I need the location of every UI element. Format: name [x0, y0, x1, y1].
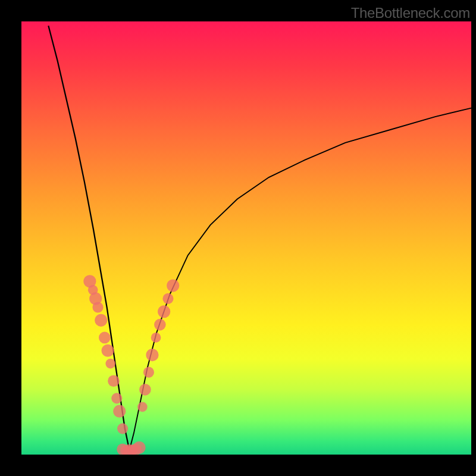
dot: [167, 280, 179, 292]
dot: [123, 444, 136, 455]
dot: [95, 314, 107, 327]
dot: [105, 359, 115, 369]
watermark-text: TheBottleneck.com: [351, 5, 470, 21]
dot: [102, 345, 114, 357]
dot: [99, 332, 111, 344]
dot: [127, 445, 138, 455]
chart-frame: TheBottleneck.com: [0, 0, 476, 476]
scatter-dots: [83, 275, 179, 455]
dot: [89, 292, 102, 305]
dot: [108, 375, 120, 387]
curves-svg: [21, 21, 471, 455]
dot: [83, 275, 96, 287]
dot: [146, 349, 158, 361]
dot: [143, 367, 154, 378]
plot-area: [21, 21, 471, 455]
dot: [120, 445, 131, 455]
dot: [133, 441, 145, 454]
dot: [88, 285, 98, 295]
dot: [130, 443, 142, 455]
dot: [111, 393, 122, 403]
dot: [158, 305, 170, 318]
right-branch-curve: [129, 108, 471, 450]
dot: [117, 443, 129, 455]
dot: [162, 293, 173, 304]
dot: [117, 423, 128, 434]
dot: [113, 405, 126, 418]
dot: [151, 333, 161, 343]
dot: [92, 302, 103, 312]
dot: [137, 402, 148, 412]
left-branch-curve: [48, 26, 129, 450]
dot: [139, 384, 151, 396]
dot: [154, 319, 166, 331]
